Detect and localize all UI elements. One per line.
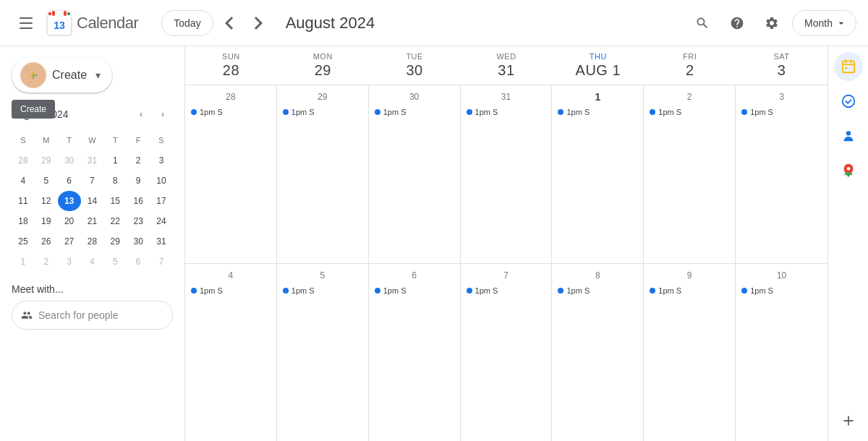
- mini-day-header-sun: S: [12, 130, 35, 150]
- create-button[interactable]: + Create ▾: [12, 58, 112, 93]
- cal-day-31-jul[interactable]: 31 1pm S: [461, 85, 553, 263]
- mini-cal-day[interactable]: 27: [58, 231, 81, 252]
- cal-event[interactable]: 1pm S: [739, 107, 825, 117]
- next-month-button[interactable]: [245, 10, 271, 36]
- mini-day-header-sat: S: [150, 130, 173, 150]
- mini-cal-day[interactable]: 31: [150, 231, 173, 252]
- mini-cal-day[interactable]: 26: [35, 231, 58, 252]
- mini-cal-day[interactable]: 5: [35, 171, 58, 191]
- cal-day-7-aug[interactable]: 7 1pm S: [461, 264, 553, 442]
- cal-event[interactable]: 1pm S: [188, 107, 273, 117]
- chevron-left-icon: [216, 10, 242, 36]
- cal-event[interactable]: 1pm S: [280, 107, 365, 117]
- mini-cal-day[interactable]: 6: [58, 171, 81, 191]
- cal-event[interactable]: 1pm S: [372, 286, 457, 296]
- cal-event[interactable]: 1pm S: [739, 286, 825, 296]
- search-button[interactable]: [688, 9, 717, 38]
- mini-cal-day[interactable]: 14: [81, 191, 104, 211]
- settings-button[interactable]: [757, 9, 786, 38]
- cal-event[interactable]: 1pm S: [464, 107, 549, 117]
- mini-day-header-wed: W: [81, 130, 104, 150]
- mini-cal-day[interactable]: 2: [127, 150, 150, 171]
- mini-cal-day[interactable]: 5: [103, 252, 127, 272]
- mini-cal-day[interactable]: 28: [81, 231, 104, 252]
- cal-event[interactable]: 1pm S: [647, 286, 732, 296]
- mini-cal-day[interactable]: 16: [127, 191, 150, 211]
- mini-cal-day[interactable]: 30: [58, 150, 81, 171]
- mini-cal-day[interactable]: 19: [35, 211, 58, 231]
- mini-cal-day[interactable]: 13: [58, 191, 81, 211]
- mini-cal-day[interactable]: 15: [103, 191, 127, 211]
- mini-cal-day[interactable]: 23: [127, 211, 150, 231]
- mini-cal-day[interactable]: 7: [150, 252, 173, 272]
- mini-cal-day[interactable]: 6: [127, 252, 150, 272]
- prev-month-button[interactable]: [216, 10, 242, 36]
- right-calendar-button[interactable]: [834, 52, 863, 81]
- cal-day-3-aug[interactable]: 3 1pm S: [736, 85, 827, 263]
- app-logo[interactable]: 13 Calendar: [46, 10, 138, 36]
- cal-day-9-aug[interactable]: 9 1pm S: [644, 264, 736, 442]
- cal-event[interactable]: 1pm S: [188, 286, 273, 296]
- cal-day-30-jul[interactable]: 30 1pm S: [369, 85, 461, 263]
- right-contacts-button[interactable]: [834, 121, 863, 150]
- cal-day-2-aug[interactable]: 2 1pm S: [644, 85, 736, 263]
- mini-cal-day[interactable]: 12: [35, 191, 58, 211]
- cal-event[interactable]: 1pm S: [555, 286, 640, 296]
- cal-day-28-jul[interactable]: 28 1pm S: [185, 85, 277, 263]
- mini-prev-button[interactable]: ‹: [131, 104, 151, 124]
- mini-next-button[interactable]: ›: [153, 104, 173, 124]
- cal-day-10-aug[interactable]: 10 1pm S: [736, 264, 827, 442]
- mini-cal-day[interactable]: 4: [81, 252, 104, 272]
- search-people-placeholder: Search for people: [38, 309, 119, 321]
- cal-day-5-aug[interactable]: 5 1pm S: [277, 264, 369, 442]
- svg-rect-12: [845, 67, 847, 69]
- meet-with-title: Meet with...: [12, 283, 173, 295]
- mini-cal-day[interactable]: 29: [35, 150, 58, 171]
- cal-day-1-aug[interactable]: 1 1pm S: [552, 85, 644, 263]
- cal-event[interactable]: 1pm S: [555, 107, 640, 117]
- mini-cal-day[interactable]: 9: [127, 171, 150, 191]
- right-tasks-button[interactable]: [834, 87, 863, 116]
- cal-header-tue: TUE 30: [369, 46, 461, 85]
- right-maps-button[interactable]: [834, 156, 863, 185]
- cal-event[interactable]: 1pm S: [280, 286, 365, 296]
- calendar-grid-area: SUN 28 MON 29 TUE 30 WED 31 THU Aug 1 FR…: [185, 46, 827, 441]
- mini-cal-day[interactable]: 4: [12, 171, 35, 191]
- mini-cal-day[interactable]: 8: [103, 171, 127, 191]
- mini-cal-day[interactable]: 3: [150, 150, 173, 171]
- cal-event[interactable]: 1pm S: [372, 107, 457, 117]
- mini-cal-day[interactable]: 3: [58, 252, 81, 272]
- today-button[interactable]: Today: [161, 10, 213, 36]
- mini-cal-day[interactable]: 30: [127, 231, 150, 252]
- cal-day-8-aug[interactable]: 8 1pm S: [552, 264, 644, 442]
- mini-cal-day[interactable]: 25: [12, 231, 35, 252]
- mini-cal-day[interactable]: 29: [103, 231, 127, 252]
- mini-cal-day[interactable]: 11: [12, 191, 35, 211]
- mini-cal-day[interactable]: 20: [58, 211, 81, 231]
- cal-event[interactable]: 1pm S: [464, 286, 549, 296]
- cal-event[interactable]: 1pm S: [647, 107, 732, 117]
- add-right-button[interactable]: [834, 406, 863, 435]
- mini-cal-day[interactable]: 22: [103, 211, 127, 231]
- mini-cal-day[interactable]: 10: [150, 171, 173, 191]
- cal-day-29-jul[interactable]: 29 1pm S: [277, 85, 369, 263]
- mini-cal-day[interactable]: 17: [150, 191, 173, 211]
- nav-controls: Today August 2024: [161, 10, 386, 36]
- mini-cal-day[interactable]: 18: [12, 211, 35, 231]
- mini-cal-day[interactable]: 31: [81, 150, 104, 171]
- cal-header-sun: SUN 28: [185, 46, 277, 85]
- cal-day-6-aug[interactable]: 6 1pm S: [369, 264, 461, 442]
- mini-cal-day[interactable]: 1: [12, 252, 35, 272]
- mini-cal-day[interactable]: 28: [12, 150, 35, 171]
- cal-day-4-aug[interactable]: 4 1pm S: [185, 264, 277, 442]
- view-selector-button[interactable]: Month: [792, 10, 856, 36]
- help-button[interactable]: [723, 9, 752, 38]
- mini-cal-day[interactable]: 24: [150, 211, 173, 231]
- search-people-input[interactable]: Search for people: [12, 301, 173, 330]
- mini-cal-day[interactable]: 1: [103, 150, 127, 171]
- hamburger-menu-button[interactable]: [12, 9, 41, 38]
- mini-cal-day[interactable]: 2: [35, 252, 58, 272]
- mini-cal-day[interactable]: 7: [81, 171, 104, 191]
- mini-cal-day[interactable]: 21: [81, 211, 104, 231]
- create-dropdown-icon: ▾: [95, 69, 101, 81]
